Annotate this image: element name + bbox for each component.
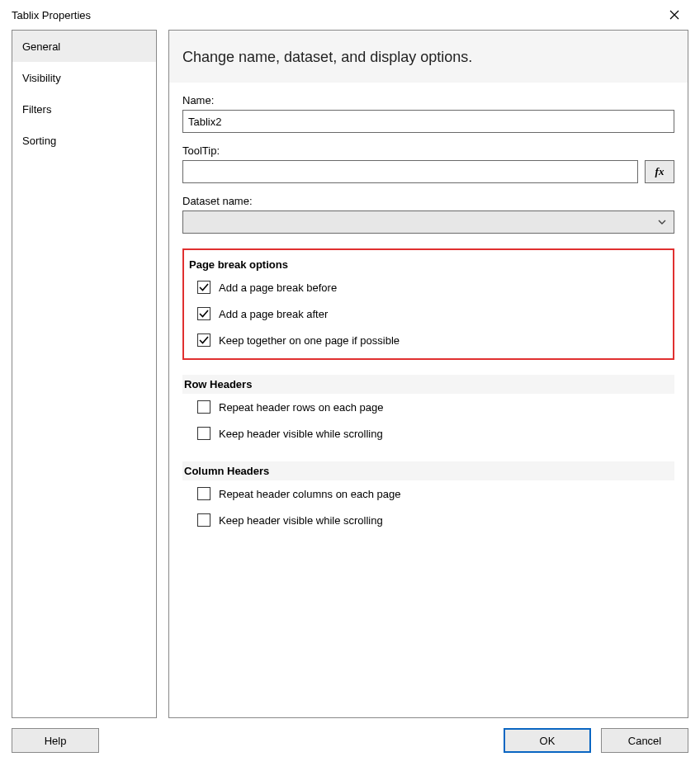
sidebar-item-general[interactable]: General — [12, 31, 156, 62]
name-label: Name: — [182, 94, 674, 106]
chevron-down-icon — [657, 217, 667, 227]
dialog-footer: Help OK Cancel — [0, 718, 700, 753]
dataset-label: Dataset name: — [182, 195, 674, 207]
checkbox-label: Repeat header columns on each page — [219, 488, 400, 500]
checkbox-label: Add a page break before — [219, 281, 337, 294]
sidebar: General Visibility Filters Sorting — [12, 30, 157, 718]
checkbox-keep-together[interactable]: Keep together on one page if possible — [189, 327, 668, 353]
close-button[interactable] — [655, 2, 693, 27]
checkbox-label: Keep header visible while scrolling — [219, 428, 383, 440]
close-icon — [669, 10, 679, 20]
checkbox-page-break-after[interactable]: Add a page break after — [189, 300, 668, 327]
help-button[interactable]: Help — [12, 728, 99, 753]
checkbox-box — [197, 513, 210, 527]
main-panel: Change name, dataset, and display option… — [168, 30, 688, 718]
button-label: Cancel — [628, 735, 661, 747]
checkbox-box — [197, 281, 210, 294]
titlebar: Tablix Properties — [0, 0, 700, 30]
dataset-select[interactable] — [182, 210, 674, 234]
checkbox-repeat-column-headers[interactable]: Repeat header columns on each page — [182, 480, 674, 507]
fx-icon: fx — [655, 165, 665, 178]
checkbox-box — [197, 307, 210, 320]
section-title-column-headers: Column Headers — [182, 461, 674, 480]
checkbox-repeat-row-headers[interactable]: Repeat header rows on each page — [182, 394, 674, 420]
checkbox-label: Add a page break after — [219, 308, 328, 320]
sidebar-item-label: Visibility — [22, 72, 61, 84]
tooltip-row: fx — [182, 160, 674, 183]
section-title-row-headers: Row Headers — [182, 375, 674, 394]
checkbox-box — [197, 427, 210, 440]
button-label: Help — [45, 735, 67, 747]
sidebar-item-filters[interactable]: Filters — [12, 93, 156, 125]
page-title: Change name, dataset, and display option… — [169, 31, 688, 83]
checkbox-keep-row-header-visible[interactable]: Keep header visible while scrolling — [182, 420, 674, 447]
checkbox-box — [197, 333, 210, 347]
page-break-highlight: Page break options Add a page break befo… — [182, 248, 674, 360]
main-body: Name: ToolTip: fx Dataset name: Page bre… — [169, 83, 688, 717]
check-icon — [199, 309, 209, 319]
checkbox-page-break-before[interactable]: Add a page break before — [189, 274, 668, 300]
tooltip-label: ToolTip: — [182, 144, 674, 157]
checkbox-label: Repeat header rows on each page — [219, 401, 383, 414]
window-title: Tablix Properties — [12, 9, 91, 21]
checkbox-box — [197, 400, 210, 414]
button-label: OK — [540, 735, 556, 747]
checkbox-label: Keep together on one page if possible — [219, 334, 400, 347]
fx-button[interactable]: fx — [645, 160, 674, 183]
check-icon — [199, 282, 209, 292]
cancel-button[interactable]: Cancel — [601, 728, 688, 753]
dialog-body: General Visibility Filters Sorting Chang… — [0, 30, 700, 718]
sidebar-item-sorting[interactable]: Sorting — [12, 125, 156, 156]
sidebar-item-label: Sorting — [22, 135, 56, 147]
sidebar-item-label: General — [22, 40, 60, 53]
sidebar-item-visibility[interactable]: Visibility — [12, 62, 156, 93]
checkbox-label: Keep header visible while scrolling — [219, 514, 383, 527]
sidebar-item-label: Filters — [22, 103, 51, 116]
check-icon — [199, 335, 209, 345]
tooltip-input[interactable] — [182, 160, 638, 183]
ok-button[interactable]: OK — [504, 728, 591, 753]
name-input[interactable] — [182, 110, 674, 133]
checkbox-box — [197, 487, 210, 500]
checkbox-keep-column-header-visible[interactable]: Keep header visible while scrolling — [182, 507, 674, 533]
section-title-page-break: Page break options — [189, 255, 668, 274]
